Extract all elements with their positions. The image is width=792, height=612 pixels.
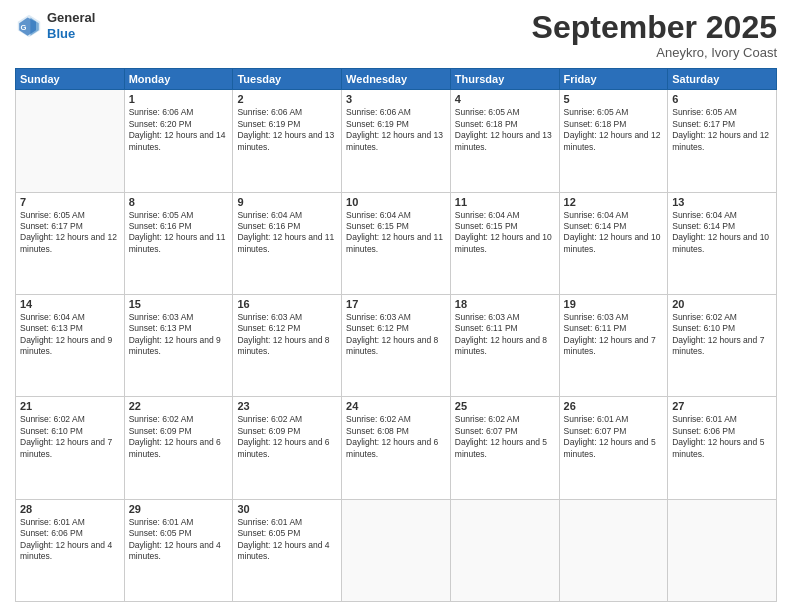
calendar-day-header: Saturday — [668, 69, 777, 90]
calendar-day-cell — [668, 499, 777, 601]
calendar-day-cell: 1Sunrise: 6:06 AM Sunset: 6:20 PM Daylig… — [124, 90, 233, 192]
calendar-day-cell: 12Sunrise: 6:04 AM Sunset: 6:14 PM Dayli… — [559, 192, 668, 294]
calendar-week-row: 28Sunrise: 6:01 AM Sunset: 6:06 PM Dayli… — [16, 499, 777, 601]
day-number: 29 — [129, 503, 229, 515]
day-info: Sunrise: 6:04 AM Sunset: 6:16 PM Dayligh… — [237, 210, 337, 256]
calendar-day-cell: 30Sunrise: 6:01 AM Sunset: 6:05 PM Dayli… — [233, 499, 342, 601]
day-info: Sunrise: 6:03 AM Sunset: 6:12 PM Dayligh… — [346, 312, 446, 358]
calendar-day-cell: 7Sunrise: 6:05 AM Sunset: 6:17 PM Daylig… — [16, 192, 125, 294]
calendar-day-cell: 18Sunrise: 6:03 AM Sunset: 6:11 PM Dayli… — [450, 294, 559, 396]
day-number: 3 — [346, 93, 446, 105]
logo-icon: G — [15, 12, 43, 40]
day-info: Sunrise: 6:02 AM Sunset: 6:07 PM Dayligh… — [455, 414, 555, 460]
day-info: Sunrise: 6:02 AM Sunset: 6:10 PM Dayligh… — [672, 312, 772, 358]
day-info: Sunrise: 6:05 AM Sunset: 6:16 PM Dayligh… — [129, 210, 229, 256]
day-number: 12 — [564, 196, 664, 208]
day-number: 26 — [564, 400, 664, 412]
day-info: Sunrise: 6:03 AM Sunset: 6:12 PM Dayligh… — [237, 312, 337, 358]
header: G General Blue September 2025 Aneykro, I… — [15, 10, 777, 60]
day-number: 23 — [237, 400, 337, 412]
title-block: September 2025 Aneykro, Ivory Coast — [532, 10, 777, 60]
calendar-day-cell: 23Sunrise: 6:02 AM Sunset: 6:09 PM Dayli… — [233, 397, 342, 499]
day-number: 1 — [129, 93, 229, 105]
day-number: 30 — [237, 503, 337, 515]
calendar-day-cell: 6Sunrise: 6:05 AM Sunset: 6:17 PM Daylig… — [668, 90, 777, 192]
day-info: Sunrise: 6:02 AM Sunset: 6:09 PM Dayligh… — [129, 414, 229, 460]
day-number: 15 — [129, 298, 229, 310]
day-number: 9 — [237, 196, 337, 208]
day-number: 11 — [455, 196, 555, 208]
calendar-table: SundayMondayTuesdayWednesdayThursdayFrid… — [15, 68, 777, 602]
day-number: 19 — [564, 298, 664, 310]
day-info: Sunrise: 6:04 AM Sunset: 6:14 PM Dayligh… — [672, 210, 772, 256]
svg-text:G: G — [21, 23, 27, 32]
day-info: Sunrise: 6:03 AM Sunset: 6:11 PM Dayligh… — [455, 312, 555, 358]
day-number: 22 — [129, 400, 229, 412]
day-info: Sunrise: 6:05 AM Sunset: 6:17 PM Dayligh… — [672, 107, 772, 153]
day-info: Sunrise: 6:01 AM Sunset: 6:05 PM Dayligh… — [237, 517, 337, 563]
calendar-day-cell: 8Sunrise: 6:05 AM Sunset: 6:16 PM Daylig… — [124, 192, 233, 294]
day-info: Sunrise: 6:05 AM Sunset: 6:17 PM Dayligh… — [20, 210, 120, 256]
calendar-day-cell: 24Sunrise: 6:02 AM Sunset: 6:08 PM Dayli… — [342, 397, 451, 499]
day-number: 20 — [672, 298, 772, 310]
calendar-week-row: 21Sunrise: 6:02 AM Sunset: 6:10 PM Dayli… — [16, 397, 777, 499]
day-number: 25 — [455, 400, 555, 412]
day-info: Sunrise: 6:01 AM Sunset: 6:06 PM Dayligh… — [20, 517, 120, 563]
calendar-day-cell: 4Sunrise: 6:05 AM Sunset: 6:18 PM Daylig… — [450, 90, 559, 192]
day-number: 6 — [672, 93, 772, 105]
day-info: Sunrise: 6:05 AM Sunset: 6:18 PM Dayligh… — [564, 107, 664, 153]
day-info: Sunrise: 6:01 AM Sunset: 6:05 PM Dayligh… — [129, 517, 229, 563]
day-info: Sunrise: 6:03 AM Sunset: 6:11 PM Dayligh… — [564, 312, 664, 358]
calendar-day-header: Friday — [559, 69, 668, 90]
calendar-day-header: Monday — [124, 69, 233, 90]
calendar-day-cell: 5Sunrise: 6:05 AM Sunset: 6:18 PM Daylig… — [559, 90, 668, 192]
calendar-day-cell: 13Sunrise: 6:04 AM Sunset: 6:14 PM Dayli… — [668, 192, 777, 294]
logo-blue-text: Blue — [47, 26, 95, 42]
day-number: 28 — [20, 503, 120, 515]
day-info: Sunrise: 6:04 AM Sunset: 6:15 PM Dayligh… — [346, 210, 446, 256]
day-number: 5 — [564, 93, 664, 105]
day-number: 16 — [237, 298, 337, 310]
calendar-day-cell: 25Sunrise: 6:02 AM Sunset: 6:07 PM Dayli… — [450, 397, 559, 499]
day-number: 27 — [672, 400, 772, 412]
page: G General Blue September 2025 Aneykro, I… — [0, 0, 792, 612]
day-info: Sunrise: 6:06 AM Sunset: 6:19 PM Dayligh… — [346, 107, 446, 153]
day-info: Sunrise: 6:06 AM Sunset: 6:20 PM Dayligh… — [129, 107, 229, 153]
month-title: September 2025 — [532, 10, 777, 45]
calendar-week-row: 14Sunrise: 6:04 AM Sunset: 6:13 PM Dayli… — [16, 294, 777, 396]
calendar-week-row: 7Sunrise: 6:05 AM Sunset: 6:17 PM Daylig… — [16, 192, 777, 294]
calendar-day-header: Thursday — [450, 69, 559, 90]
calendar-day-cell — [342, 499, 451, 601]
calendar-day-cell: 27Sunrise: 6:01 AM Sunset: 6:06 PM Dayli… — [668, 397, 777, 499]
logo-general-text: General — [47, 10, 95, 26]
calendar-day-cell: 28Sunrise: 6:01 AM Sunset: 6:06 PM Dayli… — [16, 499, 125, 601]
day-number: 2 — [237, 93, 337, 105]
calendar-day-cell: 17Sunrise: 6:03 AM Sunset: 6:12 PM Dayli… — [342, 294, 451, 396]
calendar-day-cell: 21Sunrise: 6:02 AM Sunset: 6:10 PM Dayli… — [16, 397, 125, 499]
day-number: 7 — [20, 196, 120, 208]
calendar-day-cell: 16Sunrise: 6:03 AM Sunset: 6:12 PM Dayli… — [233, 294, 342, 396]
day-number: 14 — [20, 298, 120, 310]
day-number: 4 — [455, 93, 555, 105]
day-info: Sunrise: 6:01 AM Sunset: 6:07 PM Dayligh… — [564, 414, 664, 460]
calendar-day-cell: 15Sunrise: 6:03 AM Sunset: 6:13 PM Dayli… — [124, 294, 233, 396]
calendar-day-cell: 22Sunrise: 6:02 AM Sunset: 6:09 PM Dayli… — [124, 397, 233, 499]
calendar-day-cell: 2Sunrise: 6:06 AM Sunset: 6:19 PM Daylig… — [233, 90, 342, 192]
calendar-day-cell — [450, 499, 559, 601]
calendar-week-row: 1Sunrise: 6:06 AM Sunset: 6:20 PM Daylig… — [16, 90, 777, 192]
day-number: 21 — [20, 400, 120, 412]
calendar-day-cell: 3Sunrise: 6:06 AM Sunset: 6:19 PM Daylig… — [342, 90, 451, 192]
calendar-day-cell: 11Sunrise: 6:04 AM Sunset: 6:15 PM Dayli… — [450, 192, 559, 294]
logo-text: General Blue — [47, 10, 95, 41]
day-info: Sunrise: 6:04 AM Sunset: 6:14 PM Dayligh… — [564, 210, 664, 256]
calendar-day-cell: 20Sunrise: 6:02 AM Sunset: 6:10 PM Dayli… — [668, 294, 777, 396]
calendar-day-cell: 9Sunrise: 6:04 AM Sunset: 6:16 PM Daylig… — [233, 192, 342, 294]
calendar-day-cell: 10Sunrise: 6:04 AM Sunset: 6:15 PM Dayli… — [342, 192, 451, 294]
calendar-header-row: SundayMondayTuesdayWednesdayThursdayFrid… — [16, 69, 777, 90]
day-number: 17 — [346, 298, 446, 310]
day-info: Sunrise: 6:04 AM Sunset: 6:15 PM Dayligh… — [455, 210, 555, 256]
day-info: Sunrise: 6:02 AM Sunset: 6:10 PM Dayligh… — [20, 414, 120, 460]
calendar-day-cell — [16, 90, 125, 192]
day-number: 8 — [129, 196, 229, 208]
day-info: Sunrise: 6:06 AM Sunset: 6:19 PM Dayligh… — [237, 107, 337, 153]
